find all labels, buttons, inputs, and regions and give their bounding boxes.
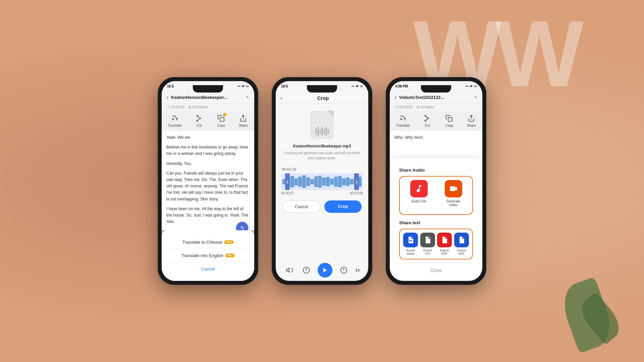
rewind-button[interactable]	[301, 265, 312, 276]
svg-rect-7	[448, 117, 452, 121]
copy-button-3[interactable]: Copy	[444, 114, 454, 127]
wb-15	[338, 176, 342, 187]
wb-3	[290, 176, 294, 187]
left-arrow-icon: ❮	[286, 180, 289, 184]
export-word-icon	[403, 233, 418, 247]
generate-video-option[interactable]: GenerateVideo	[438, 180, 469, 207]
waveform-bars	[281, 173, 363, 190]
crop-buttons: Cancel Crop	[281, 200, 363, 213]
wb-4	[294, 178, 298, 185]
status-icons-3: ▪▪▪ ≋ ▭	[465, 84, 477, 88]
bg-leaf-decoration	[557, 275, 617, 349]
cut-button-1[interactable]: Cut	[195, 114, 204, 127]
translate-chinese-option[interactable]: Translate to Chinese PRO	[167, 236, 249, 249]
share-close-button[interactable]: Close	[394, 263, 478, 277]
cancel-crop-button[interactable]: Cancel	[282, 200, 320, 213]
toolbar-3: Translate Cut	[390, 111, 482, 130]
export-srt-option[interactable]: Export SRT	[454, 233, 469, 255]
cancel-label-1: Cancel	[201, 266, 215, 272]
audio-file-icon-btn	[410, 180, 428, 197]
text-icon-1: ⊞	[189, 105, 191, 109]
share-button-3[interactable]: Share	[467, 114, 476, 127]
share-audio-title: Share Audio	[399, 168, 473, 173]
notch-2	[307, 85, 337, 93]
translate-button-1[interactable]: Translate	[168, 114, 182, 127]
phone-3: 4:58 PM ▪▪▪ ≋ ▭ ‹ VideotoText2022122... …	[386, 77, 486, 285]
volume-button[interactable]	[284, 265, 295, 276]
toolbar-1: Translate Cut	[162, 111, 254, 130]
wb-10	[318, 176, 322, 188]
copy-button-1[interactable]: Copy	[216, 114, 226, 127]
copy-icon-1	[216, 114, 226, 123]
wb-17	[346, 177, 350, 186]
cut-button-3[interactable]: Cut	[423, 114, 432, 127]
content-p2: Believe me in this loneliness or go away…	[166, 144, 250, 157]
notch-1	[193, 85, 223, 93]
translate-label-1: Translate	[168, 124, 182, 127]
audio-lines-visual	[316, 126, 329, 136]
battery-icon-3: ▭	[474, 84, 477, 88]
wifi-icon-2: ≋	[356, 84, 359, 88]
phone-2-screen: 16:5 ▪▪▪ ≋ ▭ ‹ Crop	[276, 81, 368, 281]
export-word-option[interactable]: Export Word	[403, 233, 418, 255]
forward-button[interactable]	[338, 265, 349, 276]
share-button-1[interactable]: Share	[238, 114, 248, 127]
waveform-handle-right[interactable]: ❯	[354, 173, 359, 190]
export-txt-label: Export TXT	[420, 249, 435, 255]
cancel-option-1[interactable]: Cancel	[167, 262, 249, 276]
content-3: Who. Why don't.	[390, 130, 482, 157]
text-icon-3: ⊞	[417, 105, 419, 109]
content-p5: I have been on me. All the way to the le…	[166, 206, 250, 225]
speed-button[interactable]: 1x	[356, 268, 360, 273]
content-p1: Yeah. We we.	[166, 134, 250, 141]
signal-icon: ▪▪▪	[237, 84, 240, 88]
svg-point-6	[425, 115, 426, 117]
back-button-1[interactable]: ‹	[166, 94, 168, 101]
letters-value-1: 628 letters	[192, 105, 208, 109]
phones-container: 16:5 ▪▪▪ ≋ ▭ ‹ KeatonHensonBeekeeper... …	[158, 77, 486, 285]
share-text-section: Share text Export Word	[394, 218, 478, 263]
phone-1-screen: 16:5 ▪▪▪ ≋ ▭ ‹ KeatonHensonBeekeeper... …	[162, 81, 254, 281]
wb-16	[342, 178, 346, 185]
svg-marker-4	[323, 268, 327, 273]
waveform-handle-left[interactable]: ❮	[285, 173, 290, 190]
wb-5	[298, 177, 302, 186]
content-p4: Can you. Friends will always just be in …	[166, 170, 250, 202]
pro-badge-chinese: PRO	[224, 240, 233, 244]
nav-title-1: KeatonHensonBeekeeper...	[171, 95, 243, 100]
meta-bar-1: 🕐 00:04:13 ⊞ 628 letters	[162, 104, 254, 111]
signal-icon-2: ▪▪▪	[351, 84, 355, 88]
export-pdf-option[interactable]: Export PDF	[437, 233, 452, 255]
letters-meta-3: ⊞ 13 letters	[417, 105, 434, 109]
duration-meta-3: 🕐 00:01:02	[394, 105, 413, 109]
crop-button[interactable]: Crop	[324, 200, 362, 213]
crop-body: KeatonHensonBeekeeper.mp3 Cropping will …	[276, 104, 368, 259]
share-audio-section: Share Audio Audio File	[394, 164, 478, 218]
share-text-grid: Export Word Export TXT	[403, 233, 469, 255]
wb-7	[306, 177, 310, 186]
audio-file-visual	[310, 111, 334, 139]
export-srt-icon	[454, 233, 469, 247]
edit-button-3[interactable]: ✎	[474, 95, 478, 100]
translate-english-option[interactable]: Translate into English PRO	[167, 249, 249, 262]
edit-button-1[interactable]: ✎	[246, 95, 250, 100]
copy-icon-3	[444, 114, 454, 123]
back-button-3[interactable]: ‹	[394, 94, 396, 101]
phone-2: 16:5 ▪▪▪ ≋ ▭ ‹ Crop	[272, 77, 372, 285]
share-icon-1	[238, 114, 248, 123]
play-button[interactable]	[318, 263, 332, 278]
nav-title-3: VideotoText2022122...	[399, 95, 471, 100]
svg-rect-2	[220, 117, 224, 121]
export-txt-option[interactable]: Export TXT	[420, 233, 435, 255]
audio-file-option[interactable]: Audio File	[403, 180, 434, 207]
status-time-1: 16:5	[167, 84, 174, 88]
battery-icon-2: ▭	[360, 84, 363, 88]
content-3-p1: Who. Why don't.	[394, 134, 478, 141]
export-srt-label: Export SRT	[454, 249, 469, 255]
translate-button-3[interactable]: Translate	[396, 114, 410, 127]
file-desc-label: Cropping will generate new audio and wil…	[281, 150, 363, 161]
pro-badge-english: PRO	[225, 254, 234, 257]
signal-icon-3: ▪▪▪	[465, 84, 469, 88]
waveform-container[interactable]: ❮ ❯	[281, 173, 363, 190]
letters-meta-1: ⊞ 628 letters	[189, 105, 208, 109]
